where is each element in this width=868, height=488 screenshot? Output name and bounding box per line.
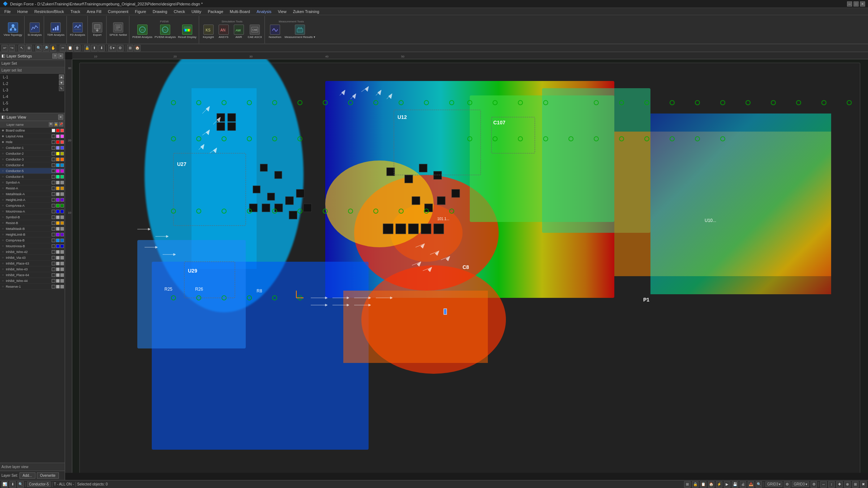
- layer-visible-checkbox[interactable]: [52, 198, 55, 202]
- grid1-dropdown[interactable]: GRID3 ▾: [765, 481, 783, 487]
- layer-row-inhibit-place-64[interactable]: ○Inhibit_Place-64: [0, 272, 65, 278]
- layer-color-button[interactable]: [60, 158, 64, 161]
- status-icon13[interactable]: 🔍: [756, 481, 762, 488]
- layer-color-button[interactable]: [60, 181, 64, 184]
- edit-button[interactable]: ✎: [59, 86, 64, 91]
- layer-visible-checkbox[interactable]: [52, 152, 55, 155]
- ansys-button[interactable]: AN ANSYS: [216, 24, 231, 39]
- active-layer-display[interactable]: Conductor-5: [27, 481, 51, 487]
- scroll-up[interactable]: ▲: [59, 74, 64, 80]
- canvas-area[interactable]: 10 20 30 40 50 30 20 10: [65, 52, 868, 480]
- layer-color-button[interactable]: [60, 215, 64, 219]
- layer-color-button[interactable]: [60, 210, 64, 213]
- menu-component[interactable]: Component: [105, 9, 131, 14]
- layer-row-resist-b[interactable]: ○Resist-B: [0, 220, 65, 226]
- layer-list-item-l4[interactable]: L-4: [0, 93, 65, 100]
- layer-visible-checkbox[interactable]: [52, 140, 55, 144]
- layer-row-metalmask-a[interactable]: ○MetalMask-A: [0, 191, 65, 197]
- layer-row-symbol-a[interactable]: ○Symbol-A: [0, 180, 65, 185]
- status-icon4[interactable]: ⊞: [684, 481, 691, 488]
- layer-color-button[interactable]: [60, 279, 64, 283]
- layer-visible-checkbox[interactable]: [52, 221, 55, 225]
- layer-visible-checkbox[interactable]: [52, 267, 55, 271]
- statusbar-icon2[interactable]: ⬇: [9, 481, 16, 488]
- noiseken-button[interactable]: NoiseKen: [267, 24, 283, 39]
- layer-color-button[interactable]: [60, 169, 64, 173]
- layer-row-hole[interactable]: ◆Hole: [0, 139, 65, 145]
- menu-check[interactable]: Check: [171, 9, 188, 14]
- layer-color-button[interactable]: [60, 134, 64, 138]
- status-icon12[interactable]: 📤: [748, 481, 754, 488]
- layer-row-inhibit-place-63[interactable]: ○Inhibit_Place-63: [0, 261, 65, 266]
- layer-visible-checkbox[interactable]: [52, 210, 55, 213]
- layer-color-button[interactable]: [60, 204, 64, 207]
- delete-button[interactable]: 🗑: [74, 45, 81, 51]
- layer-row-inhibit-wire-44[interactable]: ○Inhibit_Wire-44: [0, 278, 65, 284]
- menu-home[interactable]: Home: [14, 9, 31, 14]
- status-icon14[interactable]: ↔: [820, 481, 827, 488]
- menu-track[interactable]: Track: [68, 9, 83, 14]
- layer-color-button[interactable]: [60, 129, 64, 132]
- layer-row-board-outline[interactable]: ◆Board outline: [0, 128, 65, 133]
- minimize-button[interactable]: ─: [847, 1, 852, 7]
- snap-dropdown[interactable]: 6 ▾: [108, 45, 116, 51]
- zoom-in-button[interactable]: 🔍: [35, 45, 42, 51]
- property-button[interactable]: 🏠: [134, 45, 141, 51]
- menu-analysis[interactable]: Analysis: [254, 9, 274, 14]
- layer-row-conductor-4[interactable]: ○Conductor-4: [0, 162, 65, 168]
- status-icon15[interactable]: ↕: [828, 481, 835, 488]
- layer-row-symbol-b[interactable]: ○Symbol-B: [0, 214, 65, 220]
- layer-color-button[interactable]: [60, 244, 64, 248]
- status-icon19[interactable]: ✖: [860, 481, 867, 488]
- layer-row-inhibit-via-43[interactable]: ○Inhibit_Via-43: [0, 255, 65, 261]
- menu-drawing[interactable]: Drawing: [150, 9, 170, 14]
- layer-row-inhibit-wire-43[interactable]: ○Inhibit_Wire-43: [0, 266, 65, 272]
- layer-visible-checkbox[interactable]: [52, 175, 55, 179]
- layer-row-layout-area[interactable]: ◆Layout Area: [0, 133, 65, 139]
- layer-list-item-l1[interactable]: L-1: [0, 74, 65, 80]
- status-icon10[interactable]: 💾: [732, 481, 738, 488]
- layer-visible-checkbox[interactable]: [52, 134, 55, 138]
- layer-list-item-l5[interactable]: L-5: [0, 100, 65, 106]
- menu-figure[interactable]: Figure: [132, 9, 149, 14]
- layer-color-button[interactable]: [60, 227, 64, 231]
- grid-button[interactable]: ⊞: [127, 45, 133, 51]
- layer-list-item-l3[interactable]: L-3: [0, 87, 65, 93]
- scroll-down[interactable]: ▼: [59, 80, 64, 85]
- layer-color-button[interactable]: [60, 221, 64, 225]
- layer-visible-checkbox[interactable]: [52, 227, 55, 231]
- layer-row-conductor-2[interactable]: ○Conductor-2: [0, 151, 65, 157]
- layer-row-conductor-5[interactable]: ○Conductor-5: [0, 168, 65, 174]
- view-topology-button[interactable]: View Topology: [3, 22, 23, 37]
- layer-up-button[interactable]: ⬆: [91, 45, 98, 51]
- select-button[interactable]: ↖: [18, 45, 25, 51]
- layer-row-comparea-b[interactable]: ○CompArea-B: [0, 237, 65, 243]
- layer-visible-checkbox[interactable]: [52, 279, 55, 283]
- layer-visible-checkbox[interactable]: [52, 158, 55, 161]
- fd-analysis-button[interactable]: FD Analysis: [69, 22, 86, 37]
- layer-visible-checkbox[interactable]: [52, 273, 55, 277]
- layer-color-button[interactable]: [60, 273, 64, 277]
- tdr-analysis-button[interactable]: TDR Analysis: [46, 22, 65, 37]
- layer-row-reserve-1[interactable]: ○Reserve-1: [0, 284, 65, 290]
- layer-visible-checkbox[interactable]: [52, 146, 55, 150]
- menu-area-fill[interactable]: Area Fill: [84, 9, 104, 14]
- maximize-button[interactable]: □: [854, 1, 859, 7]
- layer-row-mountarea-b[interactable]: ○MountArea-B: [0, 243, 65, 249]
- layer-row-mountarea-a[interactable]: ○MountArea-A: [0, 209, 65, 214]
- menu-package[interactable]: Package: [205, 9, 226, 14]
- result-display-button[interactable]: Result Display: [177, 24, 197, 39]
- select-all-button[interactable]: ⊞: [26, 45, 32, 51]
- layer-color-button[interactable]: [60, 267, 64, 271]
- layer-color-button[interactable]: [60, 285, 64, 288]
- layer-settings-close[interactable]: ✕: [58, 53, 63, 59]
- layer-color-button[interactable]: [60, 198, 64, 202]
- measurement-results-button[interactable]: Measurement Results ▾: [284, 24, 316, 39]
- status-icon6[interactable]: 📋: [700, 481, 706, 488]
- layer-color-button[interactable]: [60, 146, 64, 150]
- layer-color-button[interactable]: [60, 140, 64, 144]
- layer-visible-checkbox[interactable]: [52, 256, 55, 260]
- layer-row-heightlimit-a[interactable]: ○HeightLimit-A: [0, 197, 65, 203]
- layer-row-conductor-1[interactable]: ○Conductor-1: [0, 145, 65, 151]
- status-icon7[interactable]: 🏠: [708, 481, 714, 488]
